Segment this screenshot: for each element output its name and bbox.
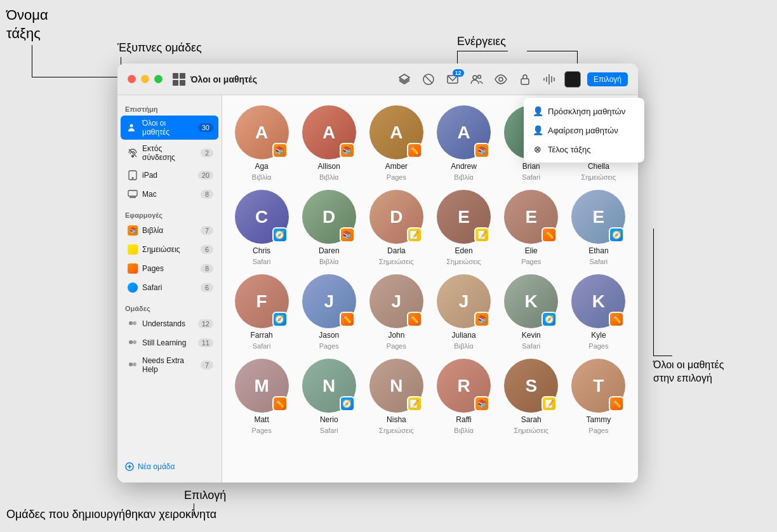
sidebar-item-needs-extra[interactable]: Needs Extra Help 7 — [121, 353, 218, 377]
app-badge-pages: ✏️ — [407, 312, 422, 327]
select-button[interactable]: Επιλογή — [587, 72, 628, 86]
student-card-jason[interactable]: J ✏️ Jason Pages — [300, 274, 358, 350]
dropdown-end[interactable]: ⊗ Τέλος τάξης — [524, 140, 644, 159]
student-app: Σημειώσεις — [514, 427, 548, 434]
eye-icon[interactable] — [492, 70, 510, 88]
sidebar-item-still-learning[interactable]: Still Learning 11 — [121, 334, 218, 352]
sidebar-item-understands[interactable]: Understands 12 — [121, 315, 218, 333]
mute-icon[interactable] — [540, 70, 558, 88]
mac-icon — [127, 189, 138, 200]
student-card-darla[interactable]: D 📝 Darla Σημειώσεις — [367, 190, 425, 265]
student-name: Darla — [387, 246, 406, 255]
sidebar-item-safari[interactable]: Safari 6 — [121, 279, 218, 296]
manual-groups-annotation: Ομάδες που δημιουργήθηκαν χειροκίνητα — [6, 508, 216, 521]
block-icon[interactable] — [420, 70, 437, 88]
minimize-button[interactable] — [141, 75, 149, 83]
avatar-wrap: K ✏️ — [571, 274, 625, 328]
avatar-wrap: J ✏️ — [369, 274, 423, 328]
lock-icon[interactable] — [516, 70, 534, 88]
student-app: Σημειώσεις — [581, 173, 616, 181]
people-icon[interactable] — [468, 70, 486, 88]
student-card-tammy[interactable]: T ✏️ Tammy Pages — [569, 359, 628, 434]
toolbar-actions: 12 — [395, 70, 628, 88]
student-card-nerio[interactable]: N 🧭 Nerio Safari — [300, 359, 358, 434]
avatar-wrap: R 📚 — [437, 359, 491, 413]
student-card-allison[interactable]: A 📚 Allison Βιβλία — [300, 105, 358, 181]
student-card-elie[interactable]: E ✏️ Elie Pages — [502, 190, 561, 265]
layers-icon[interactable] — [395, 70, 413, 88]
invite-icon: 👤 — [533, 106, 543, 116]
avatar-wrap: D 📝 — [369, 190, 423, 244]
student-card-eden[interactable]: E 📝 Eden Σημειώσεις — [434, 190, 493, 265]
student-app: Pages — [319, 342, 339, 350]
student-name: Kevin — [522, 331, 541, 340]
app-badge-pages: ✏️ — [609, 312, 624, 327]
titlebar: Όλοι οι μαθητές — [117, 63, 638, 95]
new-group-button[interactable]: Νέα ομάδα — [117, 457, 222, 476]
student-card-nisha[interactable]: N 📝 Nisha Σημειώσεις — [367, 359, 425, 434]
student-card-juliana[interactable]: J 📚 Juliana Βιβλία — [434, 274, 493, 350]
student-name: Tammy — [587, 415, 611, 424]
student-app: Safari — [253, 258, 271, 265]
student-app: Safari — [320, 427, 338, 434]
sidebar-item-mac[interactable]: Mac 8 — [121, 185, 218, 203]
maximize-button[interactable] — [154, 75, 163, 83]
needs-extra-count: 7 — [201, 361, 213, 369]
student-card-farrah[interactable]: F 🧭 Farrah Safari — [232, 274, 291, 350]
sidebar-item-ipad[interactable]: iPad 20 — [121, 166, 218, 184]
student-app: Pages — [387, 173, 406, 181]
dropdown-invite[interactable]: 👤 Πρόσκληση μαθητών — [524, 102, 644, 121]
close-button[interactable] — [128, 75, 136, 83]
all-students-label: Όλοι οι μαθητές — [142, 119, 194, 136]
avatar-wrap: N 🧭 — [302, 359, 356, 413]
needs-extra-label: Needs Extra Help — [142, 356, 197, 374]
student-name: Allison — [318, 162, 340, 171]
app-badge-safari: 🧭 — [272, 227, 288, 243]
safari-count: 6 — [201, 283, 213, 292]
avatar-wrap: F 🧭 — [235, 274, 289, 328]
svg-point-14 — [133, 321, 136, 325]
sidebar-item-pages[interactable]: Pages 8 — [121, 260, 218, 277]
avatar-wrap: E 🧭 — [571, 190, 625, 244]
grid-view-icon[interactable] — [173, 73, 185, 86]
student-card-john[interactable]: J ✏️ John Pages — [367, 274, 425, 350]
sidebar-item-notes[interactable]: Σημειώσεις 6 — [121, 241, 218, 258]
student-name: Nisha — [387, 415, 406, 424]
offline-count: 2 — [201, 149, 213, 157]
sidebar-item-books[interactable]: 📚 Βιβλία 7 — [121, 222, 218, 239]
sidebar: Επιστήμη Όλοι οι μαθητές 30 — [117, 95, 222, 482]
svg-point-16 — [133, 340, 136, 344]
student-card-ethan[interactable]: E 🧭 Ethan Safari — [569, 190, 628, 265]
sidebar-item-offline[interactable]: Εκτός σύνδεσης 2 — [121, 141, 218, 165]
dropdown-remove[interactable]: 👤 Αφαίρεση μαθητών — [524, 121, 644, 140]
student-card-aga[interactable]: A 📚 Aga Βιβλία — [232, 105, 291, 181]
student-card-sarah[interactable]: S 📝 Sarah Σημειώσεις — [502, 359, 561, 434]
message-badge: 12 — [453, 69, 464, 77]
avatar-wrap: C 🧭 — [235, 190, 289, 244]
student-name: John — [388, 331, 404, 340]
student-card-kyle[interactable]: K ✏️ Kyle Pages — [569, 274, 628, 350]
student-name: Juliana — [452, 331, 476, 340]
student-card-kevin[interactable]: K 🧭 Kevin Safari — [502, 274, 561, 350]
student-app: Safari — [590, 258, 608, 265]
app-badge-safari: 🧭 — [340, 396, 355, 411]
avatar-wrap: E 📝 — [437, 190, 491, 244]
end-icon: ⊗ — [533, 144, 543, 154]
student-card-amber[interactable]: A ✏️ Amber Pages — [367, 105, 425, 181]
still-learning-label: Still Learning — [142, 338, 194, 347]
all-students-icon — [127, 122, 138, 133]
sidebar-item-all-students[interactable]: Όλοι οι μαθητές 30 — [121, 116, 218, 140]
color-picker[interactable] — [564, 71, 581, 88]
student-card-chris[interactable]: C 🧭 Chris Safari — [232, 190, 291, 265]
understands-label: Understands — [142, 319, 194, 328]
student-name: Amber — [385, 162, 408, 171]
svg-point-7 — [130, 124, 133, 128]
student-card-raffi[interactable]: R 📚 Raffi Βιβλία — [434, 359, 493, 434]
student-card-daren[interactable]: D 📚 Daren Βιβλία — [300, 190, 358, 265]
student-app: Safari — [253, 342, 271, 350]
student-name: Kyle — [591, 331, 606, 340]
message-icon[interactable]: 12 — [444, 70, 462, 88]
student-card-matt[interactable]: M ✏️ Matt Pages — [232, 359, 291, 434]
student-card-andrew[interactable]: A 📚 Andrew Βιβλία — [434, 105, 493, 181]
student-name: Brian — [522, 162, 540, 171]
